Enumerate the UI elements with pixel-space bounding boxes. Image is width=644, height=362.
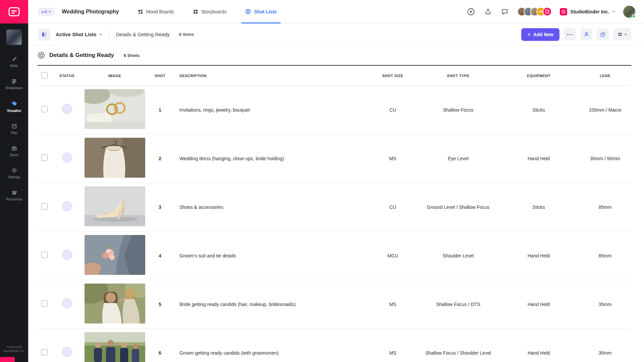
version-selector[interactable]: v 0 — [38, 8, 54, 16]
shot-equipment[interactable]: Sticks — [498, 107, 579, 113]
shot-thumbnail[interactable] — [85, 284, 145, 323]
topbar: v 0 Wedding Photography Mood Boards Stor… — [28, 0, 644, 23]
sidebar-item-write[interactable]: Write — [0, 56, 28, 68]
powered-by-footer: Powered By StudioBinder Inc. — [0, 345, 28, 353]
shot-lens[interactable]: 35mm / 50mm — [579, 155, 631, 162]
studiobinder-logo[interactable] — [0, 0, 28, 23]
shot-size[interactable]: CU — [368, 204, 418, 210]
tab-storyboards[interactable]: Storyboards — [193, 0, 226, 23]
row-status-cell — [51, 250, 83, 261]
shot-lens[interactable]: 35mm — [579, 350, 631, 356]
sidebar-item-label: Plan — [11, 131, 17, 135]
pencil-icon — [11, 56, 17, 62]
workspace-menu[interactable]: StudioBinder Inc. — [560, 8, 615, 15]
row-status-cell — [51, 298, 83, 310]
shot-list-selector[interactable]: Active Shot Lists — [56, 32, 102, 37]
shots-count: 6 Shots — [124, 53, 140, 58]
shot-thumbnail[interactable] — [85, 235, 145, 275]
comments-button[interactable] — [500, 7, 509, 16]
select-all-checkbox[interactable] — [41, 72, 48, 78]
ellipsis-icon: ⋯ — [567, 31, 573, 38]
shot-number: 4 — [147, 252, 173, 259]
shot-equipment[interactable]: Sticks — [498, 204, 579, 210]
shot-type[interactable]: Shallow Focus — [418, 107, 498, 113]
tab-shot-lists[interactable]: Shot Lists — [245, 0, 277, 23]
shot-equipment[interactable]: Hand Held — [498, 155, 579, 162]
shot-description[interactable]: Groom’s suit and tie details — [173, 252, 368, 259]
shot-description[interactable]: Invitations, rings, jewelry, bouquet — [173, 107, 368, 113]
row-checkbox[interactable] — [41, 106, 48, 112]
panels-icon — [600, 32, 606, 37]
shot-type[interactable]: Shallow Focus / Shoulder Level — [418, 350, 498, 356]
shot-size[interactable]: MCU — [368, 252, 418, 259]
row-image-cell — [83, 138, 147, 179]
row-checkbox[interactable] — [41, 252, 48, 258]
row-select-cell — [38, 349, 51, 357]
shot-size[interactable]: CU — [368, 107, 418, 113]
row-status-cell — [51, 201, 83, 213]
shot-lens[interactable]: 100mm / Macro — [579, 107, 631, 113]
shot-lens[interactable]: 85mm — [579, 204, 631, 210]
shot-equipment[interactable]: Hand Held — [498, 350, 579, 356]
sidebar-item-breakdown[interactable]: Breakdown — [0, 78, 28, 90]
collaborators-button[interactable] — [580, 28, 592, 41]
shot-thumbnail[interactable] — [85, 89, 145, 129]
shot-lens[interactable]: 85mm — [579, 252, 631, 259]
sidebar-item-visualize[interactable]: Visualize — [0, 101, 28, 113]
shot-thumbnail[interactable] — [85, 186, 145, 226]
shot-lens[interactable]: 35mm — [579, 301, 631, 308]
project-thumbnail[interactable] — [6, 29, 22, 45]
sidebar-item-plan[interactable]: Plan — [0, 123, 28, 135]
shot-type[interactable]: Ground Level / Shallow Focus — [418, 204, 498, 210]
row-select-cell — [38, 252, 51, 260]
chevron-down-icon — [624, 34, 627, 36]
table-row: 5 Bride getting ready candids (hair, mak… — [38, 280, 631, 329]
row-checkbox[interactable] — [41, 300, 48, 307]
row-status-cell — [51, 104, 83, 116]
sidebar-item-shoot[interactable]: Shoot — [0, 145, 28, 157]
shot-size[interactable]: MS — [368, 350, 418, 356]
chat-launcher[interactable] — [0, 357, 15, 362]
shot-description[interactable]: Wedding dress (hanging, close-ups, bride… — [173, 155, 368, 162]
user-avatar[interactable] — [623, 6, 635, 18]
shot-number: 1 — [147, 107, 173, 113]
shot-equipment[interactable]: Hand Held — [498, 252, 579, 259]
sidebar-nav: Write Breakdown Visualize Plan Shoot Set… — [0, 56, 28, 201]
add-new-button[interactable]: + Add New — [521, 28, 559, 41]
aperture-icon — [245, 9, 251, 14]
shot-description[interactable]: Shoes & accessories — [173, 204, 368, 210]
divider — [109, 30, 109, 39]
status-indicator[interactable] — [62, 347, 72, 357]
view-density-button[interactable] — [613, 28, 631, 41]
status-indicator[interactable] — [62, 201, 72, 211]
shot-size[interactable]: MS — [368, 301, 418, 308]
shot-thumbnail[interactable] — [85, 138, 145, 178]
shot-type[interactable]: Shoulder Level — [418, 252, 498, 259]
shot-size[interactable]: MS — [368, 155, 418, 162]
tab-mood-boards[interactable]: Mood Boards — [138, 0, 174, 23]
row-checkbox[interactable] — [41, 203, 48, 209]
rows-icon — [618, 32, 623, 37]
shot-type[interactable]: Eye Level — [418, 155, 498, 162]
shot-description[interactable]: Bride getting ready candids (hair, makeu… — [173, 301, 368, 308]
camera-icon — [11, 145, 17, 151]
sidebar-item-settings[interactable]: Settings — [0, 168, 28, 179]
status-indicator[interactable] — [62, 153, 72, 163]
column-header-shot: SHOT — [147, 74, 173, 78]
column-header-status: STATUS — [51, 74, 83, 78]
shot-thumbnail[interactable] — [85, 332, 145, 362]
share-button[interactable] — [484, 7, 492, 16]
status-indicator[interactable] — [62, 250, 72, 260]
list-view-button[interactable] — [38, 28, 50, 41]
play-button[interactable] — [466, 7, 476, 16]
layout-button[interactable] — [597, 28, 609, 41]
row-checkbox[interactable] — [41, 349, 48, 355]
status-indicator[interactable] — [62, 298, 72, 308]
status-indicator[interactable] — [62, 104, 72, 114]
shot-description[interactable]: Groom getting ready candids (with grooms… — [173, 350, 368, 356]
shot-type[interactable]: Shallow Focus / OTS — [418, 301, 498, 308]
row-checkbox[interactable] — [41, 155, 48, 161]
sidebar-item-resources[interactable]: Resources — [0, 190, 28, 201]
shot-equipment[interactable]: Hand Held — [498, 301, 579, 308]
more-options-button[interactable]: ⋯ — [564, 28, 576, 41]
